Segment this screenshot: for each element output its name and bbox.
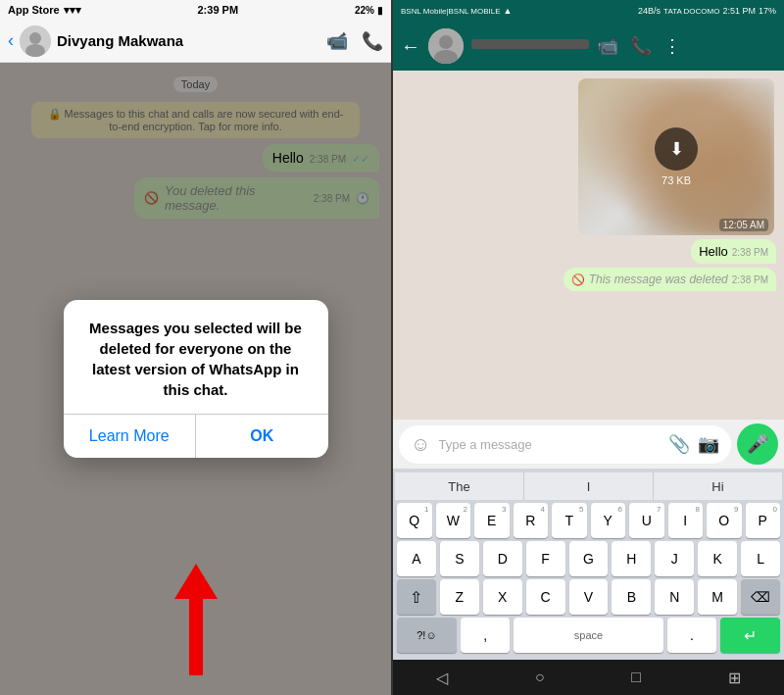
ios-status-left: App Store ▾▾▾ [8, 4, 81, 17]
key-y[interactable]: Y6 [591, 503, 626, 538]
key-o[interactable]: O9 [707, 503, 742, 538]
android-contact-name [471, 39, 589, 49]
symbols-key[interactable]: ?!☺ [397, 618, 457, 653]
nav-back[interactable]: ◁ [436, 669, 448, 687]
android-battery: 17% [759, 6, 776, 16]
period-key[interactable]: . [667, 618, 717, 653]
android-back-button[interactable]: ← [401, 35, 420, 58]
ios-status-bar: App Store ▾▾▾ 2:39 PM 22% ▮ [0, 0, 391, 20]
chat-spacer [393, 291, 784, 420]
image-placeholder: ⬇ 73 KB 12:05 AM [578, 78, 774, 235]
key-w[interactable]: W2 [436, 503, 471, 538]
keyboard-row-3: ⇧ Z X C V B N M ⌫ [397, 579, 780, 615]
image-size-label: 73 KB [662, 174, 691, 186]
learn-more-button[interactable]: Learn More [64, 415, 196, 458]
dialog-buttons: Learn More OK [64, 415, 328, 458]
key-u[interactable]: U7 [629, 503, 664, 538]
android-input-field[interactable]: ☺ Type a message 📎 📷 [399, 425, 731, 464]
emoji-button[interactable]: ☺ [411, 433, 430, 456]
key-s[interactable]: S [440, 541, 479, 576]
keyboard-row-4: ?!☺ , space . ↵ [397, 618, 780, 653]
download-icon: ⬇ [669, 138, 684, 160]
keyboard-suggestions: The I Hi [395, 472, 782, 500]
comma-key[interactable]: , [461, 618, 511, 653]
chat-area: MOBIGYAAN Today 🔒 Messages to this chat … [0, 63, 391, 695]
android-chat-area: ⬇ 73 KB 12:05 AM Hello 2:38 PM 🚫 This me… [393, 71, 784, 695]
wifi-icon: ▾▾▾ [64, 4, 81, 17]
android-deleted-icon: 🚫 [571, 273, 585, 286]
key-d[interactable]: D [483, 541, 522, 576]
back-button[interactable]: ‹ [8, 30, 14, 51]
space-key[interactable]: space [514, 618, 662, 653]
shift-key[interactable]: ⇧ [397, 579, 436, 615]
key-a[interactable]: A [397, 541, 436, 576]
key-c[interactable]: C [526, 579, 565, 615]
android-keyboard: The I Hi Q1 W2 E3 R4 T5 Y6 U7 I8 O9 [393, 469, 784, 660]
key-b[interactable]: B [612, 579, 651, 615]
key-h[interactable]: H [612, 541, 651, 576]
key-z[interactable]: Z [440, 579, 479, 615]
suggestion-i[interactable]: I [524, 472, 654, 500]
android-deleted-text: This message was deleted [589, 273, 728, 286]
android-hello-text: Hello [699, 244, 728, 259]
download-button[interactable]: ⬇ [655, 127, 698, 171]
ios-status-right: 22% ▮ [355, 5, 383, 16]
key-m[interactable]: M [698, 579, 737, 615]
contact-avatar [20, 25, 51, 57]
attach-button[interactable]: 📎 [668, 433, 690, 455]
android-carrier: BSNL Mobile|BSNL MOBILE [401, 7, 501, 16]
svg-point-1 [29, 32, 41, 44]
ok-button[interactable]: OK [196, 415, 328, 458]
key-k[interactable]: K [698, 541, 737, 576]
key-r[interactable]: R4 [514, 503, 549, 538]
android-menu-icon[interactable]: ⋮ [663, 35, 681, 57]
keyboard-row-1: Q1 W2 E3 R4 T5 Y6 U7 I8 O9 P0 [397, 503, 780, 538]
key-q[interactable]: Q1 [397, 503, 432, 538]
battery-label: 22% [355, 5, 374, 16]
nav-home[interactable]: ○ [535, 669, 545, 686]
android-status-right: 24B/s TATA DOCOMO 2:51 PM 17% [638, 6, 776, 16]
delete-dialog: Messages you selected will be deleted fo… [64, 300, 328, 458]
nav-menu[interactable]: ⊞ [728, 669, 741, 687]
android-nav-bar: ◁ ○ □ ⊞ [393, 660, 784, 695]
android-whatsapp-header: ← 📹 📞 ⋮ [393, 22, 784, 71]
image-time: 12:05 AM [719, 219, 768, 231]
key-j[interactable]: J [655, 541, 694, 576]
key-g[interactable]: G [569, 541, 609, 576]
android-status-bar: BSNL Mobile|BSNL MOBILE ▲ 24B/s TATA DOC… [393, 0, 784, 22]
whatsapp-header: ‹ Divyang Makwana 📹 📞 [0, 20, 391, 63]
android-header-icons: 📹 📞 ⋮ [597, 35, 681, 57]
contact-name[interactable]: Divyang Makwana [57, 32, 320, 49]
nav-recent[interactable]: □ [631, 669, 641, 686]
key-n[interactable]: N [655, 579, 694, 615]
key-p[interactable]: P0 [746, 503, 781, 538]
android-signal: ▲ [504, 6, 513, 16]
arrow-shaft [189, 597, 203, 675]
suggestion-hi[interactable]: Hi [654, 472, 782, 500]
android-time: 2:51 PM [722, 6, 756, 16]
android-bubbles: Hello 2:38 PM 🚫 This message was deleted… [393, 239, 784, 291]
red-arrow [174, 564, 218, 675]
carrier-label: App Store [8, 4, 60, 16]
android-hello-time: 2:38 PM [732, 247, 768, 258]
key-e[interactable]: E3 [474, 503, 510, 538]
android-call-icon[interactable]: 📞 [630, 35, 652, 57]
android-deleted-bubble: 🚫 This message was deleted 2:38 PM [564, 268, 776, 291]
key-t[interactable]: T5 [552, 503, 587, 538]
android-hello-bubble: Hello 2:38 PM [691, 239, 776, 264]
input-placeholder: Type a message [438, 437, 661, 452]
mic-button[interactable]: 🎤 [737, 423, 778, 465]
voice-call-icon[interactable]: 📞 [362, 30, 383, 52]
key-f[interactable]: F [526, 541, 565, 576]
android-contact-block [471, 39, 589, 53]
key-i[interactable]: I8 [668, 503, 704, 538]
camera-button[interactable]: 📷 [698, 433, 719, 455]
suggestion-the[interactable]: The [395, 472, 524, 500]
delete-key[interactable]: ⌫ [741, 579, 780, 615]
key-x[interactable]: X [483, 579, 522, 615]
video-call-icon[interactable]: 📹 [326, 30, 348, 52]
enter-key[interactable]: ↵ [720, 618, 780, 653]
key-v[interactable]: V [569, 579, 609, 615]
key-l[interactable]: L [741, 541, 780, 576]
android-video-icon[interactable]: 📹 [597, 35, 618, 57]
